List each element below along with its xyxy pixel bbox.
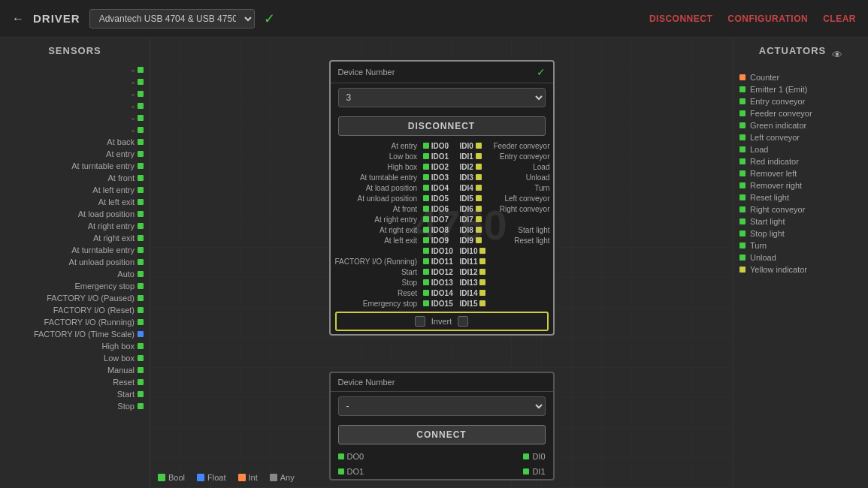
sensor-dot [138, 151, 144, 157]
io-right-label: Feeder conveyor [489, 140, 553, 151]
actuator-label: Red indicator [750, 157, 799, 166]
legend-label: Bool [168, 473, 185, 482]
sensor-item: Start [0, 388, 150, 400]
io-right-port: IDI4 [457, 182, 489, 193]
sensor-label: At right exit [93, 233, 135, 242]
sensors-panel: SENSORS - - - - - - At back At entry At … [0, 38, 150, 488]
sensor-item: At left exit [0, 196, 150, 208]
sensor-item: Auto [0, 268, 150, 280]
actuators-header: ACTUATORS 👁 [733, 45, 868, 64]
io-left-port: IDO15 [420, 298, 457, 309]
sensor-item: - [0, 100, 150, 112]
actuator-item: Green indicator [733, 119, 868, 131]
io-right-dot [476, 206, 482, 212]
legend-dot [238, 474, 246, 481]
sensor-item: At left entry [0, 184, 150, 196]
io-left-dot [423, 279, 429, 285]
top-card-header: Device Number ✓ [331, 62, 553, 83]
sensor-dot [138, 91, 144, 97]
sensor-dot [138, 403, 144, 409]
do1-label: DO1 [347, 467, 364, 476]
di0-label: DI0 [532, 452, 545, 461]
sensor-dot [138, 175, 144, 181]
actuator-dot [739, 122, 746, 128]
table-row: At load position IDO4 IDI4 Turn [331, 182, 553, 193]
bottom-card-select-row: - [331, 392, 553, 420]
actuator-label: Green indicator [750, 121, 806, 130]
clear-button[interactable]: CLEAR [823, 14, 856, 24]
sensor-item: At back [0, 136, 150, 148]
card-disconnect-button[interactable]: DISCONNECT [338, 116, 546, 136]
table-row: FACTORY I/O (Running) IDO11 IDI11 [331, 256, 553, 267]
dido-row: DO0 DI0 [331, 449, 553, 464]
sensor-dot [138, 319, 144, 325]
io-left-label: Stop [331, 277, 421, 288]
sensor-item: Manual [0, 364, 150, 376]
invert-checkbox-left[interactable] [415, 316, 425, 327]
table-row: At front IDO6 IDI6 Right conveyor [331, 203, 553, 214]
io-right-dot [479, 248, 485, 254]
io-right-port: IDI0 [457, 140, 489, 151]
io-left-label: High box [331, 161, 421, 172]
card-connected-icon: ✓ [537, 66, 546, 78]
io-left-port: IDO3 [420, 172, 457, 182]
actuator-item: Turn [733, 239, 868, 252]
io-left-dot [423, 195, 429, 201]
disconnect-button[interactable]: DISCONNECT [649, 14, 712, 24]
io-right-dot [479, 300, 485, 306]
io-left-dot [423, 164, 429, 170]
sensor-dot [138, 367, 144, 373]
sensor-label: FACTORY I/O (Paused) [47, 294, 135, 303]
io-left-port: IDO7 [420, 214, 457, 224]
center-area: Device Number ✓ 3 DISCONNECT 4750 At ent… [150, 38, 733, 488]
actuator-item: Load [733, 143, 868, 155]
sensor-dot [138, 235, 144, 241]
io-left-label: Emergency stop [331, 298, 421, 309]
configuration-button[interactable]: CONFIGURATION [727, 14, 808, 24]
bottom-device-number-label: Device Number [338, 378, 395, 387]
actuator-dot [739, 98, 746, 104]
sensor-item: At unload position [0, 256, 150, 268]
actuator-item: Emitter 1 (Emit) [733, 83, 868, 95]
actuator-dot [739, 110, 746, 116]
actuator-label: Yellow indicator [750, 265, 807, 274]
bottom-card-device-select[interactable]: - [338, 396, 546, 416]
io-right-port: IDI2 [457, 161, 489, 172]
actuator-dot [739, 170, 746, 176]
sensor-label: At entry [106, 149, 135, 158]
sensor-dot [138, 295, 144, 301]
back-button[interactable]: ← [12, 12, 24, 26]
legend-label: Int [249, 473, 258, 482]
table-row: Low box IDO1 IDI1 Entry conveyor [331, 151, 553, 161]
io-right-label: Reset light [489, 235, 553, 246]
actuator-dot [739, 146, 746, 152]
io-left-label: At entry [331, 140, 421, 151]
sensor-dot [138, 199, 144, 205]
sensor-label: High box [102, 342, 135, 351]
io-left-dot [423, 143, 429, 149]
device-select[interactable]: Advantech USB 4704 & USB 4750 [89, 9, 255, 29]
sensor-item: - [0, 88, 150, 100]
sensor-label: Start [117, 390, 135, 399]
io-left-label: At front [331, 203, 421, 214]
io-left-label: Low box [331, 151, 421, 161]
io-right-dot [476, 216, 482, 222]
legend-item: Float [197, 473, 225, 482]
sensor-dot [138, 127, 144, 133]
io-left-port: IDO5 [420, 193, 457, 203]
table-row: Start IDO12 IDI12 [331, 267, 553, 277]
io-left-label: Start [331, 267, 421, 277]
legend-item: Any [270, 473, 295, 482]
invert-checkbox-right[interactable] [458, 316, 468, 327]
sensor-label: At unload position [69, 258, 135, 267]
card-device-select[interactable]: 3 [338, 88, 546, 107]
sensor-item: FACTORY I/O (Paused) [0, 292, 150, 304]
io-right-dot [476, 153, 482, 159]
actuator-dot [739, 134, 746, 140]
card-connect-button[interactable]: CONNECT [338, 425, 546, 444]
sensors-list: - - - - - - At back At entry At turntabl… [0, 64, 150, 412]
sensor-item: Low box [0, 352, 150, 364]
eye-icon[interactable]: 👁 [832, 49, 842, 61]
sensor-dot [138, 163, 144, 169]
actuator-label: Reset light [750, 193, 789, 202]
